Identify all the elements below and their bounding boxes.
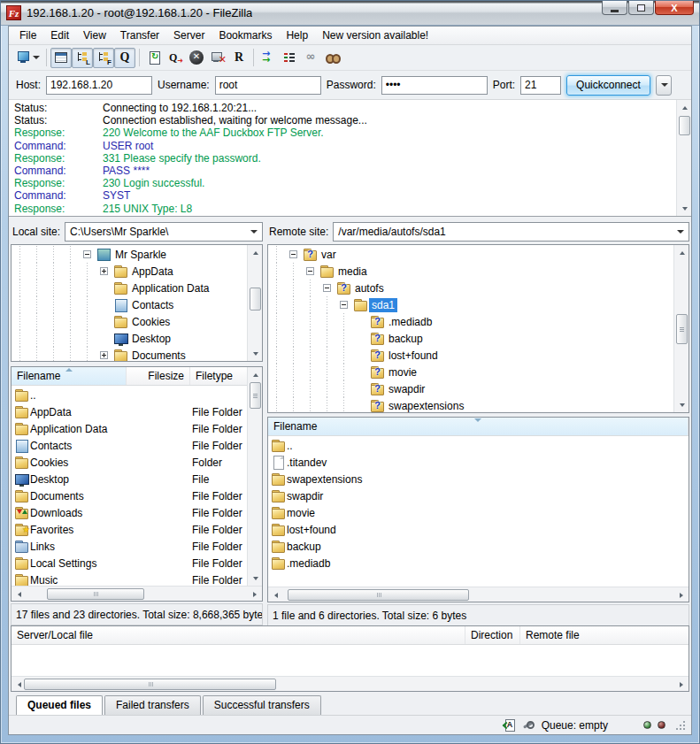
tree-item-mediadb[interactable]: .mediadb	[268, 313, 673, 330]
scroll-up-icon[interactable]	[675, 246, 688, 259]
tree-item-autofs[interactable]: autofs	[268, 280, 673, 296]
menu-item-edit[interactable]: Edit	[43, 27, 76, 43]
file-row-swapdir[interactable]: swapdir	[268, 487, 688, 504]
file-row-contacts[interactable]: ContactsFile Folder	[12, 437, 247, 454]
tree-item-appdata[interactable]: AppData	[12, 263, 246, 280]
close-button[interactable]: X	[655, 1, 694, 15]
collapse-icon[interactable]	[340, 301, 348, 309]
tree-item-desktop[interactable]: Desktop	[12, 330, 246, 347]
menu-item-server[interactable]: Server	[166, 27, 212, 43]
tab-successful-transfers[interactable]: Successful transfers	[203, 695, 321, 715]
collapse-icon[interactable]	[289, 250, 297, 258]
file-row-application-data[interactable]: Application DataFile Folder	[12, 420, 247, 437]
local-tree-scrollbar[interactable]	[247, 245, 262, 361]
username-input[interactable]	[215, 76, 321, 95]
process-queue-button[interactable]: Q	[165, 48, 186, 68]
file-row-appdata[interactable]: AppDataFile Folder	[12, 403, 247, 420]
tree-item-documents[interactable]: Documents	[12, 347, 246, 362]
minimize-button[interactable]	[602, 1, 627, 15]
scrollbar-thumb[interactable]	[288, 589, 469, 601]
remote-tree-scrollbar[interactable]	[673, 245, 688, 412]
queue-col-direction[interactable]: Direction	[465, 626, 520, 644]
port-input[interactable]	[520, 76, 561, 95]
site-manager-button[interactable]	[13, 48, 42, 68]
directory-comparison-button[interactable]	[258, 48, 279, 68]
local-list-scrollbar[interactable]	[247, 367, 262, 586]
menu-item-file[interactable]: File	[12, 27, 43, 43]
collapse-icon[interactable]	[323, 284, 331, 292]
tree-item-movie[interactable]: movie	[268, 364, 673, 380]
queue-hscrollbar[interactable]	[12, 676, 688, 691]
scroll-down-icon[interactable]	[249, 347, 262, 360]
scroll-right-icon[interactable]	[248, 587, 261, 601]
scroll-left-icon[interactable]	[269, 588, 282, 602]
menu-item-view[interactable]: View	[76, 27, 113, 43]
menu-item-help[interactable]: Help	[279, 27, 315, 43]
scrollbar-thumb[interactable]	[250, 382, 261, 409]
local-list-hscrollbar[interactable]	[12, 586, 262, 601]
scroll-right-icon[interactable]	[674, 678, 688, 691]
scroll-up-icon[interactable]	[249, 246, 262, 259]
toggle-remote-tree-button[interactable]: F	[93, 48, 114, 68]
tab-queued-files[interactable]: Queued files	[16, 695, 103, 715]
tree-item-cookies[interactable]: Cookies	[12, 313, 246, 330]
file-row-cookies[interactable]: CookiesFolder	[12, 454, 247, 471]
toggle-queue-button[interactable]: Q	[114, 48, 135, 68]
maximize-button[interactable]	[628, 1, 654, 15]
scrollbar-thumb[interactable]	[24, 679, 276, 690]
tab-failed-transfers[interactable]: Failed transfers	[104, 695, 201, 715]
tree-item-lost-found[interactable]: lost+found	[268, 347, 673, 364]
directory-listing-button[interactable]	[279, 48, 300, 68]
file-row-backup[interactable]: backup	[268, 538, 688, 555]
disconnect-button[interactable]	[207, 48, 228, 68]
scroll-right-icon[interactable]	[674, 588, 688, 602]
tree-item-backup[interactable]: backup	[268, 330, 673, 347]
tree-item-application-data[interactable]: Application Data	[12, 280, 246, 296]
synchronized-browsing-button[interactable]: ∞	[300, 48, 321, 68]
tree-item-swapextensions[interactable]: swapextensions	[268, 397, 673, 413]
transfer-type-icon[interactable]	[504, 718, 516, 732]
local-col-filetype[interactable]: Filetype	[190, 367, 249, 385]
cancel-operation-button[interactable]	[186, 48, 207, 68]
local-col-filesize[interactable]: Filesize	[127, 367, 190, 385]
expand-icon[interactable]	[100, 267, 108, 275]
file-row-favorites[interactable]: FavoritesFile Folder	[12, 521, 247, 538]
password-input[interactable]	[381, 76, 488, 95]
toggle-local-tree-button[interactable]: L	[72, 48, 93, 68]
queue-col-local-file[interactable]: Server/Local file	[12, 626, 465, 644]
reconnect-button[interactable]: R	[228, 48, 250, 68]
collapse-icon[interactable]	[83, 250, 91, 258]
file-row-lost-found[interactable]: lost+found	[268, 521, 688, 538]
scroll-down-icon[interactable]	[678, 202, 691, 215]
scroll-left-icon[interactable]	[12, 587, 26, 601]
tree-item-var[interactable]: var	[268, 246, 673, 263]
log-scrollbar[interactable]	[676, 100, 691, 216]
scroll-down-icon[interactable]	[249, 571, 262, 585]
remote-col-filename[interactable]: Filename	[268, 418, 688, 435]
scroll-up-icon[interactable]	[249, 368, 262, 381]
resize-grip-icon[interactable]	[675, 720, 686, 731]
file-row-desktop[interactable]: DesktopFile	[12, 471, 247, 487]
file-search-button[interactable]	[321, 48, 342, 68]
menu-item-new-version-available[interactable]: New version available!	[315, 27, 435, 43]
scrollbar-thumb[interactable]	[250, 288, 261, 311]
file-row-swapextensions[interactable]: swapextensions	[268, 471, 688, 487]
file-row-documents[interactable]: DocumentsFile Folder	[12, 487, 247, 504]
tree-item-media[interactable]: media	[268, 263, 673, 280]
tree-item-sda1[interactable]: sda1	[268, 296, 673, 313]
file-row-item[interactable]: ..	[268, 437, 688, 454]
collapse-icon[interactable]	[306, 267, 314, 275]
expand-icon[interactable]	[100, 351, 108, 359]
tree-item-contacts[interactable]: Contacts	[12, 296, 246, 313]
queue-col-remote-file[interactable]: Remote file	[520, 626, 688, 644]
file-row-item[interactable]: ..	[12, 387, 247, 403]
file-row-downloads[interactable]: DownloadsFile Folder	[12, 504, 247, 521]
scroll-down-icon[interactable]	[675, 398, 688, 411]
toggle-message-log-button[interactable]	[50, 48, 72, 68]
tree-item-mr-sparkle[interactable]: Mr Sparkle	[12, 246, 246, 263]
menu-item-bookmarks[interactable]: Bookmarks	[212, 27, 279, 43]
encryption-icon[interactable]	[522, 719, 535, 731]
scroll-up-icon[interactable]	[678, 101, 691, 114]
tree-item-swapdir[interactable]: swapdir	[268, 380, 673, 397]
scrollbar-thumb[interactable]	[47, 588, 144, 600]
